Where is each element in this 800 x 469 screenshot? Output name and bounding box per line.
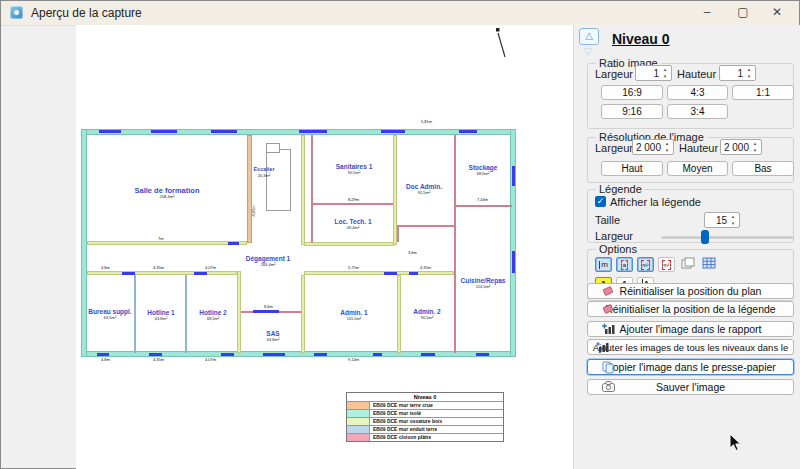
reset-plan-position-button[interactable]: Réinitialiser la position du plan <box>587 283 794 299</box>
show-legend-label[interactable]: Afficher la légende <box>610 196 701 208</box>
door-marker <box>228 242 239 245</box>
wall-segment <box>81 351 516 357</box>
window-marker <box>221 353 234 356</box>
legend-swatch-cloison-platre <box>347 434 370 441</box>
spin-arrows-icon[interactable]: ▴▾ <box>750 140 760 154</box>
legend-size-spinbox[interactable]: 15 ▴▾ <box>704 212 740 228</box>
window-marker <box>263 353 285 356</box>
window-marker <box>476 353 489 356</box>
wall-segment <box>304 271 454 275</box>
ratio-3-4-button[interactable]: 3:4 <box>667 104 728 119</box>
plan-preview-canvas[interactable]: Salle de formation208,4m² Escalier20,3m²… <box>76 25 573 469</box>
legend-row: EB09 DCE mur isolé <box>347 409 503 417</box>
room-label: Cuisine/Repas110,5m² <box>443 277 523 289</box>
dimension-label: 5,75m <box>348 266 359 270</box>
wall-segment <box>87 271 237 275</box>
room-label: Stockage68,6m² <box>453 164 513 176</box>
toggle-room-area-icon[interactable]: m² <box>637 257 654 272</box>
dimension-label: 3,6m <box>408 251 417 255</box>
resolution-width-label: Largeur <box>595 142 633 154</box>
close-button[interactable]: ✕ <box>761 1 793 24</box>
resolution-height-spinbox[interactable]: 2 000 ▴▾ <box>720 139 762 155</box>
window-marker <box>421 353 435 356</box>
window-title: Aperçu de la capture <box>31 6 142 20</box>
ratio-16-9-button[interactable]: 16:9 <box>601 85 663 100</box>
ratio-9-16-button[interactable]: 9:16 <box>601 104 663 119</box>
wall-segment <box>397 225 399 242</box>
legend-size-label: Taille <box>595 214 620 226</box>
toggle-room-name-icon[interactable]: a <box>616 257 633 272</box>
dimension-label: 4,05m <box>252 205 256 216</box>
ratio-4-3-button[interactable]: 4:3 <box>667 85 728 100</box>
room-label: Loc. Tech. 149,4m² <box>313 218 393 230</box>
dimension-label: 4,07m <box>205 358 216 362</box>
dimension-label: 7m <box>158 237 164 241</box>
legend-row: EB09 DCE cloison plâtre <box>347 433 503 441</box>
dimension-label: 9,14m <box>348 358 359 362</box>
toggle-measure-length-icon[interactable]: m <box>595 257 612 272</box>
eraser-icon <box>602 303 614 319</box>
maximize-button[interactable]: ▢ <box>727 1 759 24</box>
stair-outline <box>266 143 280 153</box>
dimension-label: 8,6m <box>264 305 273 309</box>
reset-legend-position-button[interactable]: Réinitialiser la position de la légende <box>587 301 794 317</box>
spin-arrows-icon[interactable]: ▴▾ <box>662 140 672 154</box>
save-image-button[interactable]: Sauver l'image <box>587 379 794 395</box>
legend-width-slider-track[interactable] <box>661 236 794 239</box>
ratio-width-spinbox[interactable]: 1 ▴▾ <box>635 65 672 81</box>
legend-group-title: Légende <box>596 183 645 195</box>
resolution-width-spinbox[interactable]: 2 000 ▴▾ <box>632 139 674 155</box>
spin-arrows-icon[interactable]: ▴▾ <box>728 213 738 227</box>
plan-legend-table[interactable]: Niveau 0 EB09 DCE mur terre crue EB09 DC… <box>346 392 504 442</box>
add-all-levels-to-report-button[interactable]: Ajouter les images de tous les niveaux d… <box>587 339 794 355</box>
door-marker <box>384 272 397 275</box>
room-label: Doc Admin.92,5m² <box>384 183 464 195</box>
window-marker <box>512 251 515 273</box>
legend-row: EB09 DCE mur ossature bois <box>347 417 503 425</box>
window-marker <box>373 353 382 356</box>
legend-row: EB09 DCE mur terre crue <box>347 401 503 409</box>
dimension-label: 4,35m <box>153 266 164 270</box>
ratio-1-1-button[interactable]: 1:1 <box>732 85 794 100</box>
window-marker <box>314 353 327 356</box>
resolution-low-button[interactable]: Bas <box>732 161 794 176</box>
resolution-high-button[interactable]: Haut <box>601 161 663 176</box>
dimension-label: 5,81m <box>421 120 432 124</box>
minimize-button[interactable]: – <box>691 1 723 24</box>
room-label: Dégagement 1263,4m² <box>218 255 318 267</box>
add-image-to-report-button[interactable]: Ajouter l'image dans le rapport <box>587 321 794 337</box>
ratio-height-spinbox[interactable]: 1 ▴▾ <box>719 65 756 81</box>
room-label: Admin. 290,5m² <box>392 308 462 320</box>
ratio-height-label: Hauteur <box>677 68 716 80</box>
door-marker <box>409 272 418 275</box>
toggle-wall-area-icon[interactable]: m² <box>658 257 675 272</box>
stair-outline <box>266 149 291 211</box>
wall-segment <box>311 135 313 205</box>
toggle-grid-icon[interactable] <box>700 257 717 272</box>
legend-width-slider-handle[interactable] <box>701 230 709 244</box>
north-arrow-icon <box>489 25 513 63</box>
window-marker <box>381 130 405 133</box>
door-marker <box>194 272 207 275</box>
room-label: Escalier20,3m² <box>239 166 289 178</box>
window-marker <box>99 130 121 133</box>
legend-row: EB09 DCE mur enduit terre <box>347 425 503 433</box>
options-group-title: Options <box>596 243 640 255</box>
ratio-width-label: Largeur <box>595 68 633 80</box>
door-marker <box>253 310 279 313</box>
room-label: Sanitaires 190,5m² <box>314 163 394 175</box>
level-down-button[interactable]: ▽ <box>579 45 597 60</box>
resolution-medium-button[interactable]: Moyen <box>667 161 728 176</box>
level-up-button[interactable]: △ <box>579 28 599 45</box>
dimension-label: 8,29m <box>348 198 359 202</box>
room-label: SAS63,8m² <box>243 330 303 342</box>
spin-arrows-icon[interactable]: ▴▾ <box>660 66 670 80</box>
copy-image-to-clipboard-button[interactable]: Copier l'image dans le presse-papier <box>587 359 794 375</box>
toggle-frame-icon[interactable] <box>679 257 696 272</box>
spin-arrows-icon[interactable]: ▴▾ <box>744 66 754 80</box>
show-legend-checkbox[interactable]: ✓ <box>595 196 606 207</box>
window-marker <box>149 353 162 356</box>
dimension-label: 4,8m <box>101 358 110 362</box>
level-title: Niveau 0 <box>612 31 670 47</box>
wall-segment <box>301 135 305 245</box>
